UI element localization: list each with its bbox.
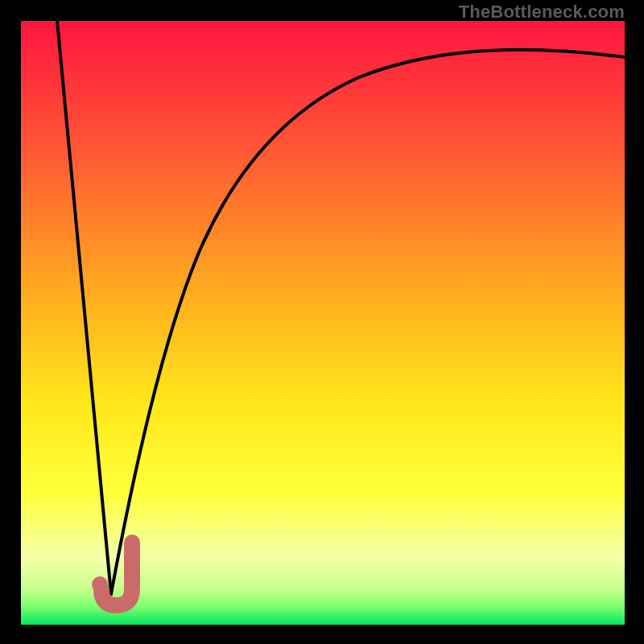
right-curve xyxy=(111,50,625,594)
outer-frame: TheBottleneck.com xyxy=(0,0,644,644)
plot-area xyxy=(21,21,625,625)
watermark-text: TheBottleneck.com xyxy=(459,2,625,23)
hook-dot xyxy=(92,576,108,592)
left-line xyxy=(57,21,111,594)
curves-layer xyxy=(21,21,625,625)
